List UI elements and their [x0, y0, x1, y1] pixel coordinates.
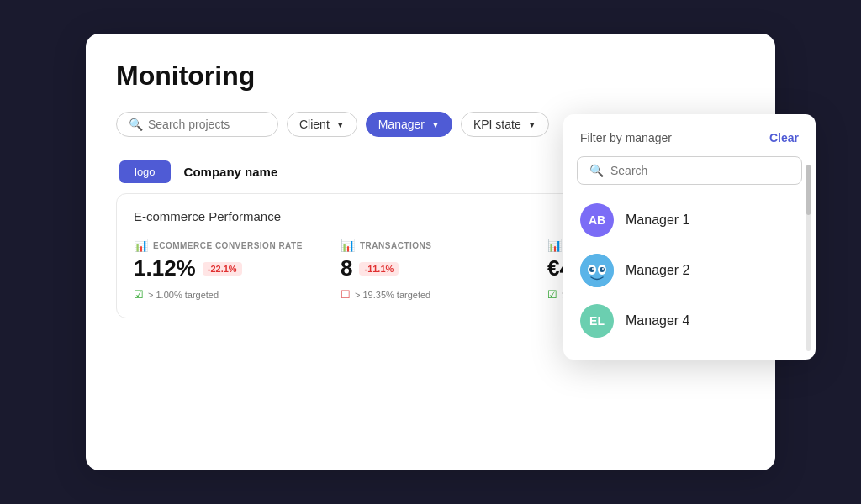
kpi-value-1: 1.12%	[134, 255, 196, 281]
manager-list: AB Manager 1	[563, 195, 816, 346]
manager-name: Manager 1	[626, 213, 690, 228]
search-input[interactable]	[148, 118, 266, 131]
scrollbar-thumb[interactable]	[806, 165, 811, 215]
manager-name: Manager 4	[626, 313, 690, 328]
svg-point-6	[602, 268, 604, 270]
svg-point-0	[580, 254, 614, 287]
kpi-chart-icon-3: 📊	[547, 239, 562, 252]
dropdown-title: Filter by manager	[580, 131, 672, 144]
kpi-target-2: ☐ > 19.35% targeted	[341, 288, 520, 301]
manager-filter-dropdown: Filter by manager Clear 🔍 AB Manager 1	[563, 114, 816, 360]
kpi-badge-1: -22.1%	[203, 262, 242, 276]
dropdown-search-icon: 🔍	[589, 164, 604, 177]
kpi-value-2: 8	[341, 255, 352, 281]
avatar	[580, 254, 614, 287]
target-check-icon-1: ☑	[134, 288, 144, 301]
chevron-down-icon: ▼	[431, 120, 440, 129]
dropdown-clear-button[interactable]: Clear	[769, 131, 799, 144]
avatar: EL	[580, 304, 614, 338]
search-input-wrap[interactable]: 🔍	[116, 112, 278, 137]
manager-filter-button[interactable]: Manager ▼	[366, 112, 452, 137]
kpi-target-1: ☑ > 1.00% targeted	[134, 288, 314, 301]
kpi-item-conversion: 📊 ECOMMERCE CONVERSION RATE 1.12% -22.1%…	[134, 239, 314, 301]
logo-placeholder: logo	[119, 160, 171, 183]
company-name-header: Company name	[184, 165, 278, 179]
chevron-down-icon: ▼	[336, 120, 345, 129]
main-card: Monitoring 🔍 Client ▼ Manager ▼ KPI stat…	[86, 34, 775, 470]
kpi-badge-2: -11.1%	[359, 262, 399, 276]
list-item[interactable]: Manager 2	[567, 245, 812, 296]
dropdown-header: Filter by manager Clear	[563, 131, 816, 156]
svg-point-4	[600, 267, 605, 272]
scrollbar-track[interactable]	[806, 165, 811, 351]
manager-name: Manager 2	[626, 263, 690, 278]
client-filter-button[interactable]: Client ▼	[287, 112, 357, 137]
search-icon: 🔍	[129, 118, 143, 131]
list-item[interactable]: EL Manager 4	[567, 296, 812, 346]
page-title: Monitoring	[116, 60, 745, 92]
kpi-chart-icon-1: 📊	[134, 239, 148, 252]
avatar: AB	[580, 203, 614, 237]
list-item[interactable]: AB Manager 1	[567, 195, 812, 245]
svg-point-3	[589, 267, 594, 272]
kpi-item-transactions: 📊 TRANSACTIONS 8 -11.1% ☐ > 19.35% targe…	[341, 239, 520, 301]
dropdown-search-wrap[interactable]: 🔍	[577, 156, 802, 185]
svg-point-5	[592, 268, 594, 270]
target-check-icon-3: ☑	[547, 288, 557, 301]
kpi-state-filter-button[interactable]: KPI state ▼	[461, 112, 549, 137]
dropdown-search-input[interactable]	[610, 164, 790, 177]
target-warn-icon-2: ☐	[341, 288, 351, 301]
kpi-chart-icon-2: 📊	[341, 239, 355, 252]
chevron-down-icon: ▼	[528, 120, 536, 129]
